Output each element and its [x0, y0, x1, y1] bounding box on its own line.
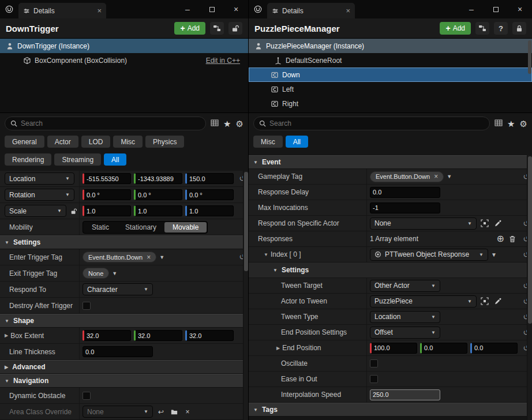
scrollbar-thumb[interactable]	[528, 40, 531, 74]
dynamic-obstacle-checkbox[interactable]	[83, 392, 91, 400]
add-component-button[interactable]: + Add	[174, 22, 205, 35]
tween-target-combo[interactable]: Other Actor ▼	[370, 280, 440, 292]
end-position-settings-combo[interactable]: Offset ▼	[370, 327, 440, 339]
filter-all[interactable]: All	[286, 136, 308, 148]
subsection-settings[interactable]: ▼ Settings	[249, 262, 532, 278]
filter-misc[interactable]: Misc	[253, 136, 283, 148]
oscillate-checkbox[interactable]	[370, 359, 378, 367]
unreal-logo-icon[interactable]	[0, 0, 18, 18]
chevron-down-icon[interactable]: ▼	[447, 174, 452, 179]
tab-close-icon[interactable]: ×	[97, 6, 102, 15]
maximize-button[interactable]	[484, 0, 508, 18]
close-button[interactable]: ×	[224, 0, 248, 18]
filter-physics[interactable]: Physics	[145, 136, 184, 148]
expand-caret-icon[interactable]: ▶	[5, 333, 8, 338]
tree-row-down[interactable]: Down	[249, 68, 532, 82]
mobility-movable-option[interactable]: Movable	[164, 222, 207, 232]
scale-z-field[interactable]	[185, 205, 234, 216]
tree-row-boxcomponent[interactable]: BoxComponent (BoxCollision) Edit in C++	[0, 53, 248, 68]
uniform-scale-lock-open-icon[interactable]	[69, 206, 79, 216]
expand-object-chevron-icon[interactable]: ▼	[491, 252, 497, 258]
add-component-button[interactable]: + Add	[440, 22, 471, 35]
mobility-stationary-option[interactable]: Stationary	[117, 222, 164, 232]
expand-caret-icon[interactable]: ▼	[264, 252, 268, 257]
end-position-y-field[interactable]	[420, 343, 467, 354]
unreal-logo-icon[interactable]	[249, 0, 267, 18]
location-x-field[interactable]	[83, 173, 131, 184]
display-options-icon[interactable]	[211, 119, 219, 128]
filter-actor[interactable]: Actor	[47, 136, 78, 148]
location-y-field[interactable]	[134, 173, 182, 184]
scrollbar-thumb[interactable]	[244, 172, 248, 271]
edit-blueprint-button[interactable]	[210, 22, 224, 35]
section-event[interactable]: ▼ Event	[249, 155, 532, 169]
settings-gear-icon[interactable]: ⚙	[520, 119, 527, 128]
filter-lod[interactable]: LOD	[81, 136, 111, 148]
remove-tag-icon[interactable]: ×	[434, 172, 438, 181]
section-tags[interactable]: ▼ Tags	[249, 403, 532, 417]
filter-general[interactable]: General	[5, 136, 44, 148]
interpolation-speed-field[interactable]	[370, 389, 440, 400]
search-input[interactable]	[21, 119, 200, 127]
location-display-combo[interactable]: Location ▼	[5, 172, 74, 185]
left-props-scrollbar[interactable]	[243, 171, 248, 420]
delete-array-icon[interactable]	[507, 234, 518, 244]
search-box[interactable]	[253, 117, 490, 130]
expand-caret-icon[interactable]: ▶	[276, 346, 280, 351]
minimize-button[interactable]: –	[175, 0, 200, 18]
select-actor-icon[interactable]	[479, 218, 490, 228]
chevron-down-icon[interactable]: ▼	[112, 271, 117, 276]
tab-details-left[interactable]: Details ×	[18, 3, 106, 18]
scale-y-field[interactable]	[134, 205, 182, 216]
display-options-icon[interactable]	[494, 119, 503, 128]
destroy-after-trigger-checkbox[interactable]	[83, 302, 91, 310]
end-position-x-field[interactable]	[370, 343, 417, 354]
scale-x-field[interactable]	[83, 205, 131, 216]
right-props-scrollbar[interactable]	[527, 155, 532, 420]
tree-row-left[interactable]: Left	[249, 82, 532, 96]
clear-asset-icon[interactable]: ×	[182, 407, 193, 417]
search-input[interactable]	[269, 119, 484, 127]
location-z-field[interactable]	[185, 173, 234, 184]
actor-to-tween-combo[interactable]: PuzzlePiece ▼	[370, 295, 477, 308]
select-actor-icon[interactable]	[479, 296, 490, 306]
tab-details-right[interactable]: Details ×	[267, 3, 355, 18]
rotation-x-field[interactable]	[83, 189, 131, 200]
mobility-static-option[interactable]: Static	[84, 222, 117, 232]
tree-scrollbar[interactable]	[527, 39, 532, 112]
tree-row-puzzlepiecemanager-instance[interactable]: PuzzlePieceManager (Instance)	[249, 39, 532, 53]
lock-open-icon[interactable]	[228, 22, 242, 35]
search-box[interactable]	[5, 117, 206, 130]
filter-streaming[interactable]: Streaming	[54, 153, 101, 166]
favorites-icon[interactable]: ★	[507, 119, 515, 128]
box-extent-x-field[interactable]	[83, 330, 131, 341]
respond-on-specific-actor-combo[interactable]: None ▼	[370, 217, 477, 230]
close-button[interactable]: ×	[508, 0, 532, 18]
filter-all[interactable]: All	[104, 153, 126, 166]
gameplay-tag-chip[interactable]: Event.Button.Down ×	[83, 252, 156, 262]
end-position-z-field[interactable]	[470, 343, 518, 354]
chevron-down-icon[interactable]: ▼	[159, 254, 164, 260]
rotation-z-field[interactable]	[185, 189, 234, 200]
rotation-display-combo[interactable]: Rotation ▼	[5, 189, 74, 201]
tree-row-right[interactable]: Right	[249, 96, 532, 111]
minimize-button[interactable]: –	[459, 0, 484, 18]
max-invocations-field[interactable]	[370, 202, 440, 213]
use-selected-asset-icon[interactable]: ↩	[156, 407, 166, 417]
lock-closed-icon[interactable]	[512, 22, 526, 35]
gameplay-tag-chip[interactable]: None	[83, 268, 109, 279]
scale-display-combo[interactable]: Scale ▼	[5, 205, 66, 217]
edit-in-cpp-link[interactable]: Edit in C++	[206, 57, 240, 65]
maximize-button[interactable]	[200, 0, 224, 18]
box-extent-z-field[interactable]	[185, 330, 234, 341]
tween-type-combo[interactable]: Location ▼	[370, 311, 440, 323]
eyedropper-icon[interactable]	[493, 296, 503, 306]
edit-blueprint-button[interactable]	[475, 22, 489, 35]
browse-asset-icon[interactable]	[169, 407, 179, 417]
favorites-icon[interactable]: ★	[223, 119, 231, 128]
tree-row-downtrigger-instance[interactable]: DownTrigger (Instance)	[0, 39, 248, 53]
gameplay-tag-chip[interactable]: Event.Button.Down ×	[370, 171, 444, 182]
response-delay-field[interactable]	[370, 187, 440, 198]
box-extent-y-field[interactable]	[134, 330, 182, 341]
rotation-y-field[interactable]	[134, 189, 182, 200]
